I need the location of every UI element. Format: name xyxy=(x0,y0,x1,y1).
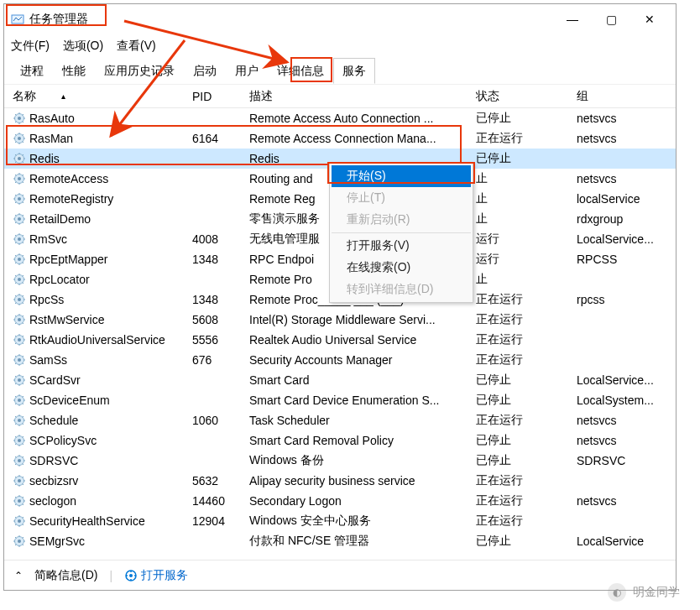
ctx-start[interactable]: 开始(S) xyxy=(332,165,471,187)
svg-line-120 xyxy=(23,336,24,337)
svg-line-18 xyxy=(23,142,24,143)
menu-file[interactable]: 文件(F) xyxy=(11,39,50,54)
service-name: RemoteAccess xyxy=(29,172,108,185)
svg-line-29 xyxy=(15,162,17,164)
service-status: 已停止 xyxy=(476,111,577,126)
service-name: SDRSVC xyxy=(29,454,78,467)
service-row[interactable]: RasMan6164Remote Access Connection Mana.… xyxy=(4,128,676,149)
svg-line-139 xyxy=(15,383,17,385)
svg-line-58 xyxy=(23,222,24,224)
service-icon xyxy=(13,212,26,226)
minimize-button[interactable]: — xyxy=(553,6,592,33)
menu-view[interactable]: 查看(V) xyxy=(117,39,156,54)
col-header-group[interactable]: 组 xyxy=(577,89,671,104)
service-group: netsvcs xyxy=(577,132,671,145)
svg-line-157 xyxy=(15,416,17,418)
tab-processes[interactable]: 进程 xyxy=(11,58,53,84)
tab-performance[interactable]: 性能 xyxy=(53,58,95,84)
svg-line-137 xyxy=(15,376,17,378)
ctx-open-services[interactable]: 打开服务(V) xyxy=(332,235,471,257)
service-icon xyxy=(13,132,26,145)
svg-point-112 xyxy=(18,338,21,341)
service-row[interactable]: Schedule1060Task Scheduler正在运行netsvcs xyxy=(4,410,676,430)
service-group: LocalService xyxy=(577,534,671,548)
svg-line-28 xyxy=(23,162,24,164)
chevron-up-icon[interactable]: ⌃ xyxy=(14,570,23,581)
svg-line-57 xyxy=(15,215,17,216)
titlebar[interactable]: 任务管理器 — ▢ ✕ xyxy=(4,4,676,34)
service-group: SDRSVC xyxy=(577,454,671,467)
service-row[interactable]: SecurityHealthService12904Windows 安全中心服务… xyxy=(4,511,676,531)
service-row[interactable]: SEMgrSvc付款和 NFC/SE 管理器已停止LocalService xyxy=(4,531,676,551)
col-header-pid[interactable]: PID xyxy=(192,90,249,103)
close-button[interactable]: ✕ xyxy=(630,6,669,33)
service-desc: Windows 安全中心服务 xyxy=(249,514,476,529)
svg-line-90 xyxy=(23,275,24,277)
svg-line-160 xyxy=(23,416,24,418)
tab-services[interactable]: 服务 xyxy=(333,58,375,84)
svg-line-78 xyxy=(23,263,24,264)
service-status: 正在运行 xyxy=(476,514,577,529)
svg-line-149 xyxy=(15,404,17,405)
service-row[interactable]: SDRSVCWindows 备份已停止SDRSVC xyxy=(4,451,676,471)
service-row[interactable]: ScDeviceEnumSmart Card Device Enumeratio… xyxy=(4,390,676,410)
service-group: rpcss xyxy=(577,293,671,306)
svg-line-138 xyxy=(23,383,24,385)
status-brief[interactable]: 简略信息(D) xyxy=(34,568,97,583)
svg-point-2 xyxy=(18,117,21,120)
svg-line-70 xyxy=(23,235,24,237)
service-name: Redis xyxy=(29,152,60,165)
svg-line-7 xyxy=(15,114,17,116)
svg-line-110 xyxy=(23,315,24,317)
service-row[interactable]: secbizsrv5632Alipay security business se… xyxy=(4,471,676,491)
service-name: SCPolicySvc xyxy=(29,434,97,447)
tab-app-history[interactable]: 应用历史记录 xyxy=(95,58,184,84)
tab-startup[interactable]: 启动 xyxy=(184,58,226,84)
service-status: 止 xyxy=(476,211,577,227)
svg-line-27 xyxy=(15,154,17,156)
service-group: netsvcs xyxy=(577,112,671,125)
service-icon xyxy=(13,494,26,508)
svg-line-109 xyxy=(15,323,17,325)
watermark: ◐ 明金同学 xyxy=(608,583,680,602)
service-icon xyxy=(13,414,26,427)
service-row[interactable]: RasAutoRemote Access Auto Connection ...… xyxy=(4,108,676,128)
svg-point-132 xyxy=(18,378,21,382)
col-header-desc[interactable]: 描述 xyxy=(249,89,476,104)
service-row[interactable]: SCPolicySvcSmart Card Removal Policy已停止n… xyxy=(4,430,676,451)
svg-line-68 xyxy=(23,242,24,244)
svg-line-180 xyxy=(23,456,24,458)
col-header-status[interactable]: 状态 xyxy=(476,89,577,104)
service-icon xyxy=(13,474,26,487)
svg-line-20 xyxy=(23,134,24,136)
svg-line-19 xyxy=(15,142,17,143)
svg-line-40 xyxy=(23,175,24,176)
status-open-services[interactable]: 打开服务 xyxy=(124,568,188,583)
service-icon xyxy=(13,112,26,125)
svg-point-12 xyxy=(18,137,21,140)
maximize-button[interactable]: ▢ xyxy=(592,6,630,33)
tab-details[interactable]: 详细信息 xyxy=(268,58,333,84)
svg-point-92 xyxy=(18,298,21,301)
tab-users[interactable]: 用户 xyxy=(226,58,268,84)
service-row[interactable]: RtkAudioUniversalService5556Realtek Audi… xyxy=(4,330,676,350)
service-row[interactable]: SCardSvrSmart Card已停止LocalService... xyxy=(4,370,676,390)
svg-line-38 xyxy=(23,182,24,184)
service-row[interactable]: SamSs676Security Accounts Manager正在运行 xyxy=(4,350,676,370)
service-pid: 1060 xyxy=(192,414,249,427)
svg-line-127 xyxy=(15,356,17,357)
col-header-name[interactable]: 名称▴ xyxy=(9,89,192,104)
service-row[interactable]: seclogon14460Secondary Logon正在运行netsvcs xyxy=(4,491,676,511)
service-row[interactable]: RstMwService5608Intel(R) Storage Middlew… xyxy=(4,310,676,330)
svg-point-182 xyxy=(18,479,21,482)
service-desc: 付款和 NFC/SE 管理器 xyxy=(249,534,476,549)
service-pid: 5556 xyxy=(192,333,249,347)
svg-line-9 xyxy=(15,122,17,123)
menu-options[interactable]: 选项(O) xyxy=(63,39,103,54)
ctx-search-online[interactable]: 在线搜索(O) xyxy=(332,257,471,279)
service-name: seclogon xyxy=(29,494,76,508)
svg-line-87 xyxy=(15,275,17,277)
svg-line-208 xyxy=(23,524,24,526)
svg-line-150 xyxy=(23,396,24,398)
svg-line-128 xyxy=(23,363,24,365)
